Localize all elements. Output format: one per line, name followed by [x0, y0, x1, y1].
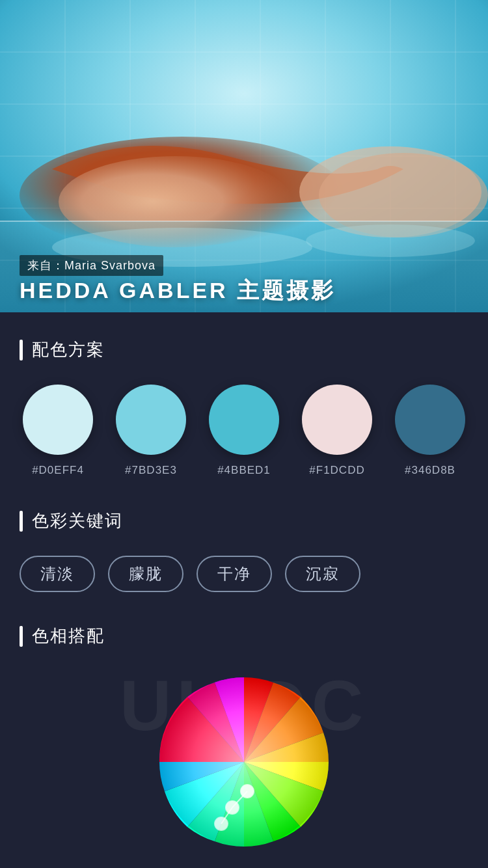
swatch-item-5: #346D8B — [395, 385, 465, 477]
swatch-circle-2 — [116, 385, 186, 455]
swatch-item-3: #4BBED1 — [209, 385, 279, 477]
palette-section-title: 配色方案 — [32, 338, 105, 361]
color-wheel-wrapper — [20, 671, 468, 853]
keywords-section: 色彩关键词 清淡 朦胧 干净 沉寂 — [20, 509, 468, 592]
hero-title: HEDDA GABLER 主题摄影 — [20, 276, 336, 306]
color-swatches-row: #D0EFF4 #7BD3E3 #4BBED1 #F1DCDD #346D8B — [20, 385, 468, 477]
svg-point-22 — [159, 677, 329, 847]
swatch-label-1: #D0EFF4 — [32, 464, 84, 477]
hero-section: 来自：Maria Svarbova HEDDA GABLER 主题摄影 — [0, 0, 488, 312]
keyword-2: 朦胧 — [108, 556, 183, 592]
palette-header: 配色方案 — [20, 338, 468, 361]
swatch-item-2: #7BD3E3 — [116, 385, 186, 477]
section-bar-palette — [20, 340, 23, 360]
keyword-1: 清淡 — [20, 556, 95, 592]
hue-section: 色相搭配 UISDC — [20, 625, 468, 866]
swatch-item-4: #F1DCDD — [302, 385, 372, 477]
source-name: Maria Svarbova — [64, 259, 156, 272]
keyword-3: 干净 — [197, 556, 272, 592]
swatch-label-5: #346D8B — [405, 464, 455, 477]
hue-section-title: 色相搭配 — [32, 625, 105, 647]
swatch-item-1: #D0EFF4 — [23, 385, 93, 477]
swatch-circle-4 — [302, 385, 372, 455]
svg-point-20 — [306, 224, 475, 257]
keywords-row: 清淡 朦胧 干净 沉寂 — [20, 556, 468, 592]
section-bar-hue — [20, 626, 23, 647]
swatch-label-4: #F1DCDD — [309, 464, 364, 477]
section-bar-keywords — [20, 511, 23, 532]
swatch-circle-5 — [395, 385, 465, 455]
swatch-label-2: #7BD3E3 — [125, 464, 177, 477]
swatch-circle-3 — [209, 385, 279, 455]
hero-source-label: 来自：Maria Svarbova — [20, 255, 163, 276]
keywords-section-title: 色彩关键词 — [32, 509, 123, 532]
keywords-header: 色彩关键词 — [20, 509, 468, 532]
color-wheel — [153, 671, 335, 853]
keyword-4: 沉寂 — [285, 556, 360, 592]
swatch-circle-1 — [23, 385, 93, 455]
source-prefix: 来自： — [27, 259, 64, 272]
hue-header: 色相搭配 — [20, 625, 468, 647]
swatch-label-3: #4BBED1 — [217, 464, 271, 477]
content-section: 配色方案 #D0EFF4 #7BD3E3 #4BBED1 #F1DCDD #34… — [0, 312, 488, 868]
